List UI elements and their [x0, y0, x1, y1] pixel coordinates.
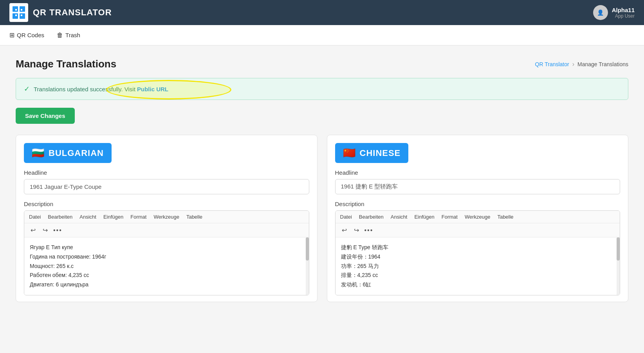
svg-rect-8 [21, 14, 22, 16]
svg-rect-5 [15, 9, 17, 11]
menu-item-format[interactable]: Format [442, 214, 458, 220]
content-line: 发动机：6缸 [341, 280, 615, 290]
content-line: Работен обем: 4,235 сс [30, 271, 303, 280]
content-line: 建设年份：1964 [341, 252, 615, 262]
lang-badge-bulgarian: 🇧🇬 BULGARIAN [24, 143, 112, 163]
editor-menubar-chinese: Datei Bearbeiten Ansicht Einfügen Format… [336, 211, 620, 223]
editor-content-wrap-chinese: 捷豹 E Type 轿跑车建设年份：1964功率：265 马力排量：4,235 … [336, 237, 620, 295]
menu-item-tabelle[interactable]: Tabelle [497, 214, 513, 220]
editor-content-bulgarian[interactable]: Ягуар Е Тип купеГодина на построяване: 1… [24, 237, 309, 295]
nav-qrcodes[interactable]: ⊞ QR Codes [9, 30, 44, 40]
menu-item-tabelle[interactable]: Tabelle [186, 214, 202, 220]
content-line: Мощност: 265 к.с [30, 262, 303, 271]
headline-label-bulgarian: Headline [24, 169, 309, 176]
editor-toolbar-bulgarian: ↩ ↪ ••• [24, 223, 309, 237]
editor-toolbar-chinese: ↩ ↪ ••• [336, 223, 620, 237]
lang-card-chinese: 🇨🇳 CHINESE Headline Description Datei Be… [327, 135, 629, 302]
public-url-link[interactable]: Public URL [137, 86, 168, 92]
navbar: ⊞ QR Codes 🗑 Trash [0, 25, 644, 45]
lang-badge-chinese: 🇨🇳 CHINESE [335, 143, 409, 163]
scrollbar-track-chinese [617, 237, 620, 295]
nav-trash-label: Trash [65, 32, 80, 38]
content-line: Двигател: 6 цилиндъра [30, 280, 303, 290]
page-title: Manage Translations [16, 58, 116, 70]
more-button-bulgarian[interactable]: ••• [53, 227, 62, 234]
breadcrumb-link[interactable]: QR Translator [535, 61, 569, 67]
headline-group-bulgarian: Headline [16, 163, 317, 194]
app-title: QR TRANSLATOR [33, 7, 112, 18]
more-button-chinese[interactable]: ••• [364, 227, 373, 234]
svg-rect-7 [15, 14, 17, 16]
headline-input-chinese[interactable] [335, 179, 621, 194]
menu-item-werkzeuge[interactable]: Werkzeuge [465, 214, 491, 220]
redo-button-bulgarian[interactable]: ↪ [41, 226, 49, 235]
menu-item-format[interactable]: Format [130, 214, 146, 220]
description-group-bulgarian: Description Datei Bearbeiten Ansicht Ein… [16, 194, 317, 295]
user-info: Alpha11 App User [612, 7, 635, 19]
scrollbar-thumb-chinese[interactable] [617, 237, 620, 261]
user-name: Alpha11 [612, 7, 635, 13]
breadcrumb-current: Manage Translations [577, 61, 628, 67]
menu-item-ansicht[interactable]: Ansicht [391, 214, 408, 220]
headline-group-chinese: Headline [327, 163, 628, 194]
content-line: 捷豹 E Type 轿跑车 [341, 243, 615, 252]
menu-item-bearbeiten[interactable]: Bearbeiten [48, 214, 72, 220]
undo-button-bulgarian[interactable]: ↩ [29, 226, 37, 235]
scrollbar-track-bulgarian [306, 237, 309, 295]
scrollbar-thumb-bulgarian[interactable] [306, 237, 309, 261]
content-line: 排量：4,235 cc [341, 271, 615, 280]
breadcrumb-separator: › [572, 61, 574, 68]
svg-rect-6 [21, 9, 22, 11]
redo-button-chinese[interactable]: ↪ [352, 226, 361, 235]
breadcrumb: QR Translator › Manage Translations [535, 61, 628, 68]
app-logo [9, 3, 28, 22]
app-header: QR TRANSLATOR 👤 Alpha11 App User [0, 0, 644, 25]
editor-content-wrap-bulgarian: Ягуар Е Тип купеГодина на построяване: 1… [24, 237, 309, 295]
description-label-chinese: Description [335, 201, 621, 207]
menu-item-datei[interactable]: Datei [340, 214, 352, 220]
nav-qrcodes-label: QR Codes [17, 32, 44, 38]
editor-bulgarian: Datei Bearbeiten Ansicht Einfügen Format… [24, 210, 309, 295]
header-left: QR TRANSLATOR [9, 3, 112, 22]
main-content: Manage Translations QR Translator › Mana… [0, 45, 644, 315]
menu-item-ansicht[interactable]: Ansicht [79, 214, 96, 220]
editor-content-chinese[interactable]: 捷豹 E Type 轿跑车建设年份：1964功率：265 马力排量：4,235 … [336, 237, 620, 295]
header-right: 👤 Alpha11 App User [593, 5, 635, 20]
qrcodes-icon: ⊞ [9, 31, 14, 39]
menu-item-einfügen[interactable]: Einfügen [103, 214, 123, 220]
headline-label-chinese: Headline [335, 169, 621, 176]
flag-chinese: 🇨🇳 [343, 147, 356, 159]
success-banner: ✓ Translations updated successfully. Vis… [16, 78, 628, 100]
flag-bulgarian: 🇧🇬 [32, 147, 45, 159]
menu-item-werkzeuge[interactable]: Werkzeuge [153, 214, 179, 220]
menu-item-datei[interactable]: Datei [29, 214, 41, 220]
nav-trash[interactable]: 🗑 Trash [57, 30, 80, 40]
description-group-chinese: Description Datei Bearbeiten Ansicht Ein… [327, 194, 628, 295]
description-label-bulgarian: Description [24, 201, 309, 207]
save-button[interactable]: Save Changes [16, 108, 75, 124]
success-message: Translations updated successfully. Visit… [34, 86, 168, 92]
lang-name-bulgarian: BULGARIAN [49, 148, 104, 158]
user-role: App User [612, 13, 635, 19]
trash-icon: 🗑 [57, 32, 63, 39]
check-icon: ✓ [24, 85, 30, 93]
menu-item-bearbeiten[interactable]: Bearbeiten [359, 214, 384, 220]
lang-card-bulgarian: 🇧🇬 BULGARIAN Headline Description Datei … [16, 135, 317, 302]
menu-item-einfügen[interactable]: Einfügen [414, 214, 434, 220]
editor-menubar-bulgarian: Datei Bearbeiten Ansicht Einfügen Format… [24, 211, 309, 223]
content-line: Ягуар Е Тип купе [30, 243, 303, 252]
translations-grid: 🇧🇬 BULGARIAN Headline Description Datei … [16, 135, 628, 302]
page-header: Manage Translations QR Translator › Mana… [16, 58, 628, 70]
content-line: Година на построяване: 1964г [30, 252, 303, 262]
content-line: 功率：265 马力 [341, 262, 615, 271]
headline-input-bulgarian[interactable] [24, 179, 309, 194]
undo-button-chinese[interactable]: ↩ [340, 226, 348, 235]
avatar: 👤 [593, 5, 608, 20]
lang-name-chinese: CHINESE [360, 148, 401, 158]
editor-chinese: Datei Bearbeiten Ansicht Einfügen Format… [335, 210, 621, 295]
